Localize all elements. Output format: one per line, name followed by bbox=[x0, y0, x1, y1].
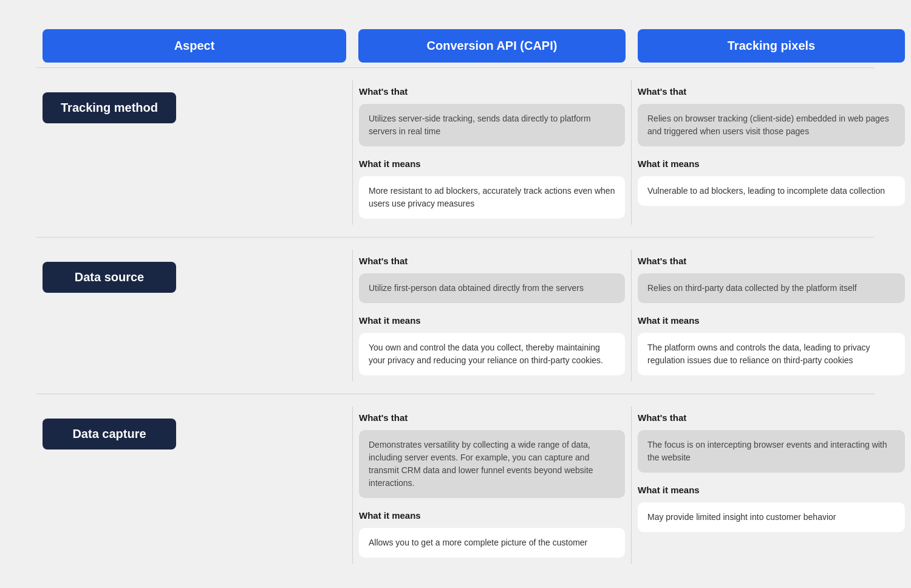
capi-label-0-1: What it means bbox=[359, 159, 625, 169]
pixels-header-cell: Tracking pixels bbox=[632, 24, 911, 67]
capi-value-0-0: Utilizes server-side tracking, sends dat… bbox=[359, 104, 625, 146]
pixels-col-2: What's thatThe focus is on intercepting … bbox=[632, 406, 911, 564]
pixels-group-0-1: What it meansVulnerable to ad blockers, … bbox=[638, 159, 905, 206]
section-row-2: Data captureWhat's thatDemonstrates vers… bbox=[36, 394, 875, 576]
pixels-label-1-1: What it means bbox=[638, 315, 905, 326]
pixels-value-1-0: Relies on third-party data collected by … bbox=[638, 273, 905, 303]
pixels-value-0-1: Vulnerable to ad blockers, leading to in… bbox=[638, 176, 905, 206]
capi-col-1: What's thatUtilize first-person data obt… bbox=[352, 250, 632, 381]
pixels-label-0-1: What it means bbox=[638, 159, 905, 169]
capi-value-1-1: You own and control the data you collect… bbox=[359, 333, 625, 375]
pixels-group-2-0: What's thatThe focus is on intercepting … bbox=[638, 412, 905, 473]
aspect-header-cell: Aspect bbox=[36, 24, 352, 67]
pixels-group-1-0: What's thatRelies on third-party data co… bbox=[638, 256, 905, 303]
aspect-badge-0: Tracking method bbox=[43, 92, 176, 123]
sections-container: Tracking methodWhat's thatUtilizes serve… bbox=[36, 67, 875, 576]
capi-label-1-1: What it means bbox=[359, 315, 625, 326]
capi-header-cell: Conversion API (CAPI) bbox=[352, 24, 632, 67]
pixels-group-0-0: What's thatRelies on browser tracking (c… bbox=[638, 86, 905, 146]
capi-col-0: What's thatUtilizes server-side tracking… bbox=[352, 80, 632, 225]
pixels-label-2-1: What it means bbox=[638, 485, 905, 495]
aspect-cell-2: Data capture bbox=[36, 406, 352, 564]
aspect-badge-2: Data capture bbox=[43, 419, 176, 450]
capi-group-2-1: What it meansAllows you to get a more co… bbox=[359, 510, 625, 558]
capi-value-1-0: Utilize first-person data obtained direc… bbox=[359, 273, 625, 303]
pixels-value-2-0: The focus is on intercepting browser eve… bbox=[638, 430, 905, 473]
capi-value-0-1: More resistant to ad blockers, accuratel… bbox=[359, 176, 625, 219]
aspect-cell-1: Data source bbox=[36, 250, 352, 381]
pixels-label-1-0: What's that bbox=[638, 256, 905, 266]
capi-header: Conversion API (CAPI) bbox=[358, 29, 626, 63]
capi-value-2-0: Demonstrates versatility by collecting a… bbox=[359, 430, 625, 498]
pixels-col-0: What's thatRelies on browser tracking (c… bbox=[632, 80, 911, 225]
capi-label-1-0: What's that bbox=[359, 256, 625, 266]
pixels-value-2-1: May provide limited insight into custome… bbox=[638, 502, 905, 532]
comparison-container: Aspect Conversion API (CAPI) Tracking pi… bbox=[36, 24, 875, 576]
capi-group-0-1: What it meansMore resistant to ad blocke… bbox=[359, 159, 625, 219]
pixels-value-0-0: Relies on browser tracking (client-side)… bbox=[638, 104, 905, 146]
pixels-label-0-0: What's that bbox=[638, 86, 905, 97]
capi-label-2-0: What's that bbox=[359, 412, 625, 423]
capi-group-0-0: What's thatUtilizes server-side tracking… bbox=[359, 86, 625, 146]
capi-group-1-0: What's thatUtilize first-person data obt… bbox=[359, 256, 625, 303]
capi-label-2-1: What it means bbox=[359, 510, 625, 521]
capi-value-2-1: Allows you to get a more complete pictur… bbox=[359, 528, 625, 558]
capi-group-1-1: What it meansYou own and control the dat… bbox=[359, 315, 625, 375]
capi-group-2-0: What's thatDemonstrates versatility by c… bbox=[359, 412, 625, 498]
pixels-group-2-1: What it meansMay provide limited insight… bbox=[638, 485, 905, 532]
aspect-cell-0: Tracking method bbox=[36, 80, 352, 225]
pixels-col-1: What's thatRelies on third-party data co… bbox=[632, 250, 911, 381]
pixels-value-1-1: The platform owns and controls the data,… bbox=[638, 333, 905, 375]
capi-col-2: What's thatDemonstrates versatility by c… bbox=[352, 406, 632, 564]
pixels-group-1-1: What it meansThe platform owns and contr… bbox=[638, 315, 905, 375]
header-row: Aspect Conversion API (CAPI) Tracking pi… bbox=[36, 24, 875, 67]
section-row-1: Data sourceWhat's thatUtilize first-pers… bbox=[36, 237, 875, 394]
capi-label-0-0: What's that bbox=[359, 86, 625, 97]
pixels-header: Tracking pixels bbox=[638, 29, 905, 63]
pixels-label-2-0: What's that bbox=[638, 412, 905, 423]
aspect-header: Aspect bbox=[43, 29, 346, 63]
section-row-0: Tracking methodWhat's thatUtilizes serve… bbox=[36, 67, 875, 237]
aspect-badge-1: Data source bbox=[43, 262, 176, 293]
